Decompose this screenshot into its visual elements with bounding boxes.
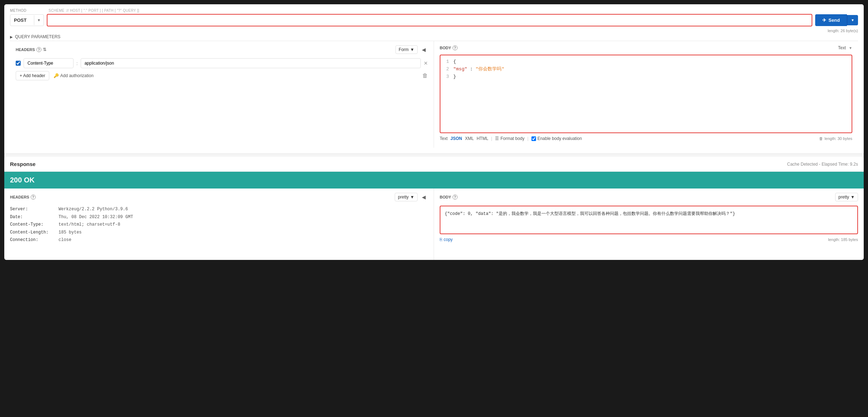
resp-header-row-content-type: Content-Type: text/html; charset=utf-8 bbox=[10, 221, 428, 229]
resp-body-pretty-label: pretty bbox=[838, 195, 849, 200]
resp-header-key-connection: Connection: bbox=[10, 236, 53, 244]
headers-format-select[interactable]: Form ▼ bbox=[395, 45, 418, 54]
resp-header-key-content-length: Content-Length: bbox=[10, 229, 53, 237]
body-title: BODY ? bbox=[440, 45, 458, 50]
body-format-options: Text JSON XML HTML | ☰ Format body | Ena… bbox=[440, 136, 582, 141]
resp-header-key-date: Date: bbox=[10, 213, 53, 221]
headers-title-text: HEADERS bbox=[16, 47, 35, 52]
send-button[interactable]: ✈ Send bbox=[815, 14, 847, 26]
add-header-button[interactable]: + Add header bbox=[16, 71, 49, 80]
response-title: Response bbox=[10, 161, 36, 167]
resp-header-row-connection: Connection: close bbox=[10, 236, 428, 244]
response-meta: Cache Detected - Elapsed Time: 9.2s bbox=[787, 162, 858, 167]
query-params-arrow-icon: ▶ bbox=[10, 35, 13, 39]
resp-headers-title-text: HEADERS bbox=[10, 195, 29, 199]
resp-body-help-icon[interactable]: ? bbox=[453, 195, 458, 200]
resp-body-title: BODY ? bbox=[440, 195, 458, 200]
format-body-button[interactable]: ☰ Format body bbox=[495, 136, 524, 141]
key-icon: 🔑 bbox=[54, 73, 59, 78]
resp-body-content: {"code": 0, "data": "是的，我会数学，我是一个大型语言模型，… bbox=[445, 211, 735, 216]
enable-eval-checkbox[interactable] bbox=[531, 136, 536, 141]
resp-header-row-server: Server: Werkzeug/2.2.2 Python/3.9.6 bbox=[10, 206, 428, 213]
trash-icon: 🗑 bbox=[819, 136, 823, 141]
body-help-icon[interactable]: ? bbox=[453, 45, 458, 50]
body-text-label: Text bbox=[838, 45, 846, 50]
url-input[interactable]: http://localhost:7777/chat bbox=[47, 14, 812, 26]
resp-body-pretty-select[interactable]: pretty ▼ bbox=[835, 193, 858, 201]
resp-header-row-content-length: Content-Length: 185 bytes bbox=[10, 229, 428, 237]
resp-headers-collapse-button[interactable]: ◀ bbox=[420, 194, 428, 201]
headers-collapse-button[interactable]: ◀ bbox=[420, 46, 428, 53]
body-format-text-button[interactable]: Text bbox=[440, 136, 448, 141]
resp-body-editor: {"code": 0, "data": "是的，我会数学，我是一个大型语言模型，… bbox=[440, 206, 858, 234]
resp-body-title-text: BODY bbox=[440, 195, 451, 199]
add-auth-label: Add authorization bbox=[60, 73, 94, 78]
headers-sort-icon[interactable]: ⇅ bbox=[43, 47, 46, 52]
headers-help-icon[interactable]: ? bbox=[36, 47, 41, 52]
send-button-group: ✈ Send ▼ bbox=[815, 14, 858, 26]
method-dropdown-arrow[interactable]: ▼ bbox=[34, 15, 44, 25]
resp-header-row-date: Date: Thu, 08 Dec 2022 10:32:09 GMT bbox=[10, 213, 428, 221]
line-num-1: 1 bbox=[443, 58, 449, 66]
body-text-dropdown-icon[interactable]: ▼ bbox=[849, 46, 852, 50]
body-toolbar: Text JSON XML HTML | ☰ Format body | Ena… bbox=[440, 136, 852, 141]
response-section: Response Cache Detected - Elapsed Time: … bbox=[4, 157, 864, 260]
resp-header-key-server: Server: bbox=[10, 206, 53, 213]
delete-all-headers-button[interactable]: 🗑 bbox=[422, 72, 428, 79]
enable-eval-label[interactable]: Enable body evaluation bbox=[531, 136, 582, 141]
response-body-panel: BODY ? pretty ▼ {"code": 0, "data": "是的，… bbox=[434, 189, 864, 260]
line-content-2: "msg" : "你会数学吗" bbox=[453, 66, 504, 73]
body-format-html-button[interactable]: HTML bbox=[476, 136, 488, 141]
method-selector[interactable]: POST GET PUT DELETE ▼ bbox=[10, 14, 44, 26]
resp-body-length: length: 185 bytes bbox=[828, 237, 858, 242]
header-key-input[interactable] bbox=[24, 58, 74, 68]
body-length-text: length: 30 bytes bbox=[824, 136, 852, 141]
body-title-text: BODY bbox=[440, 46, 451, 50]
copy-button[interactable]: ⎘ copy bbox=[440, 237, 453, 242]
enable-eval-text: Enable body evaluation bbox=[538, 136, 582, 141]
body-panel: BODY ? Text ▼ 1 { 2 bbox=[434, 41, 858, 148]
resp-headers-title: HEADERS ? bbox=[10, 195, 36, 200]
status-text: 200 OK bbox=[10, 176, 35, 184]
query-params-toggle[interactable]: ▶ QUERY PARAMETERS bbox=[10, 33, 858, 41]
header-colon: : bbox=[76, 61, 78, 66]
header-enabled-checkbox[interactable] bbox=[16, 61, 21, 66]
resp-headers-pretty-select[interactable]: pretty ▼ bbox=[395, 193, 418, 201]
body-format-xml-button[interactable]: XML bbox=[465, 136, 474, 141]
url-length: length: 26 byte(s) bbox=[10, 29, 858, 33]
body-line-2: 2 "msg" : "你会数学吗" bbox=[443, 66, 849, 73]
copy-label: copy bbox=[444, 237, 453, 242]
resp-headers-table: Server: Werkzeug/2.2.2 Python/3.9.6 Date… bbox=[10, 206, 428, 244]
json-colon: : bbox=[470, 66, 476, 72]
header-delete-button[interactable]: ✕ bbox=[424, 60, 428, 66]
send-dropdown-button[interactable]: ▼ bbox=[847, 15, 858, 25]
resp-body-pretty-arrow: ▼ bbox=[851, 195, 855, 200]
send-label: Send bbox=[828, 17, 840, 23]
body-format-divider-2: | bbox=[528, 136, 529, 141]
status-bar: 200 OK bbox=[4, 172, 864, 189]
resp-header-key-content-type: Content-Type: bbox=[10, 221, 53, 229]
format-icon: ☰ bbox=[495, 136, 499, 141]
body-format-json-button[interactable]: JSON bbox=[450, 136, 462, 141]
json-key-msg: "msg" bbox=[453, 66, 467, 72]
response-headers-panel: HEADERS ? pretty ▼ ◀ Server: Werkze bbox=[4, 189, 434, 260]
body-format-divider: | bbox=[491, 136, 492, 141]
add-authorization-button[interactable]: 🔑 Add authorization bbox=[54, 73, 94, 78]
headers-title: HEADERS ? ⇅ bbox=[16, 47, 46, 52]
query-params-label: QUERY PARAMETERS bbox=[15, 34, 60, 39]
header-value-input[interactable] bbox=[81, 58, 421, 68]
header-row-0: : ✕ bbox=[16, 58, 428, 68]
header-actions-row: + Add header 🔑 Add authorization 🗑 bbox=[16, 71, 428, 80]
method-select-input[interactable]: POST GET PUT DELETE bbox=[10, 15, 34, 26]
body-editor[interactable]: 1 { 2 "msg" : "你会数学吗" 3 } bbox=[440, 55, 852, 133]
headers-format-arrow: ▼ bbox=[410, 47, 414, 52]
response-body-section: HEADERS ? pretty ▼ ◀ Server: Werkze bbox=[4, 189, 864, 260]
resp-headers-help-icon[interactable]: ? bbox=[31, 195, 36, 200]
resp-header-val-content-length: 185 bytes bbox=[59, 229, 82, 237]
format-body-label: Format body bbox=[500, 136, 524, 141]
resp-headers-pretty-arrow: ▼ bbox=[410, 195, 414, 200]
line-content-3: } bbox=[453, 73, 456, 81]
headers-format-label: Form bbox=[399, 47, 409, 52]
json-value-msg: "你会数学吗" bbox=[475, 66, 504, 72]
line-num-3: 3 bbox=[443, 73, 449, 81]
